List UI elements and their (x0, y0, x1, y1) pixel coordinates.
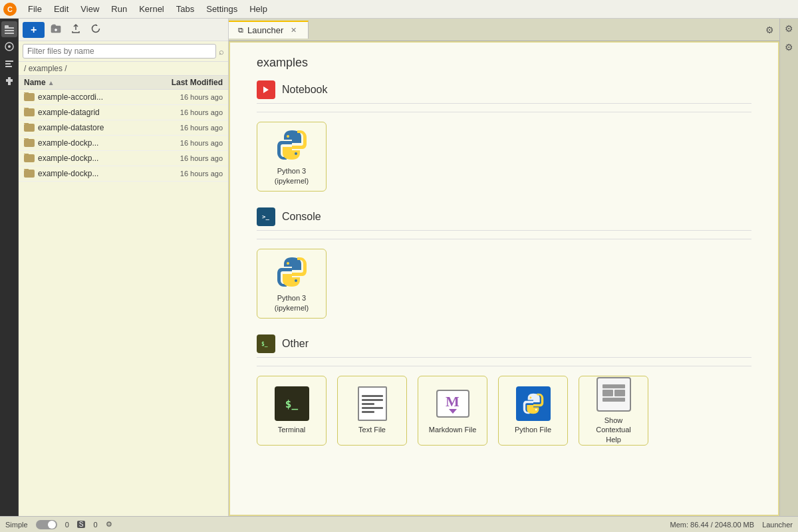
tab-label: Launcher (247, 25, 283, 35)
new-launcher-button[interactable]: + (23, 22, 45, 38)
other-section-icon: $_ (257, 334, 275, 353)
svg-point-16 (295, 152, 297, 155)
search-input[interactable] (23, 44, 216, 59)
file-item[interactable]: example-accordi... 16 hours ago (19, 90, 228, 105)
folder-icon (24, 124, 35, 132)
svg-rect-8 (5, 61, 13, 62)
svg-point-7 (8, 45, 11, 48)
svg-point-19 (287, 262, 289, 265)
svg-text:C: C (7, 5, 13, 13)
textfile-icon-shape (358, 386, 387, 421)
tab-bar: ⧉ Launcher ✕ ⚙ (229, 19, 779, 41)
right-rail-settings-icon[interactable]: ⚙ (783, 21, 795, 36)
menu-run[interactable]: Run (106, 3, 132, 15)
plus-icon: + (31, 24, 37, 36)
simple-toggle[interactable] (36, 520, 57, 529)
notebook-section-label: Notebook (282, 84, 328, 96)
file-item[interactable]: example-dockp... 16 hours ago (19, 166, 228, 182)
svg-text:>_: >_ (262, 213, 269, 220)
markdown-card[interactable]: M Markdown File (418, 376, 487, 446)
svg-rect-28 (602, 398, 625, 402)
s-icon: S (77, 521, 86, 528)
file-list-header[interactable]: Name ▲ Last Modified (19, 76, 228, 90)
markdown-label: Markdown File (429, 425, 477, 434)
file-item[interactable]: example-dockp... 16 hours ago (19, 136, 228, 151)
svg-rect-3 (5, 30, 14, 31)
new-folder-button[interactable] (47, 21, 65, 38)
pythonfile-card[interactable]: Python File (498, 376, 568, 446)
file-name: example-datagrid (24, 108, 100, 117)
menu-edit[interactable]: Edit (49, 3, 74, 15)
file-name: example-dockp... (24, 154, 98, 163)
sidebar: + (19, 19, 229, 516)
notebook-sep (257, 112, 751, 112)
console-cards: Python 3(ipykernel) (257, 249, 751, 319)
section-header-other: $_ Other (257, 334, 751, 358)
svg-point-15 (287, 135, 289, 138)
python3-console-label: Python 3(ipykernel) (275, 293, 309, 313)
menu-help[interactable]: Help (244, 3, 273, 15)
folder-icon (24, 139, 35, 147)
rail-extension-icon[interactable] (1, 73, 17, 89)
textfile-card-icon (355, 386, 390, 421)
textfile-card[interactable]: Text File (337, 376, 407, 446)
file-modified: 16 hours ago (180, 124, 223, 132)
menu-kernel[interactable]: Kernel (134, 3, 170, 15)
file-name: example-dockp... (24, 169, 98, 178)
search-bar: ⌕ (19, 41, 228, 62)
tab-launcher[interactable]: ⧉ Launcher ✕ (229, 21, 309, 39)
other-sep (257, 366, 751, 366)
right-rail-gear-icon[interactable]: ⚙ (783, 40, 795, 55)
settings-gear-icon[interactable]: ⚙ (106, 520, 112, 529)
other-cards: $_ Terminal (257, 376, 751, 446)
refresh-button[interactable] (87, 21, 104, 38)
folder-icon (24, 170, 35, 178)
rail-running-icon[interactable] (1, 39, 17, 55)
markdown-arrow-down (449, 409, 457, 414)
python3-console-icon (275, 255, 309, 289)
rail-files-icon[interactable] (1, 21, 17, 37)
svg-text:$_: $_ (261, 341, 268, 347)
svg-rect-25 (602, 384, 625, 388)
file-list: example-accordi... 16 hours ago example-… (19, 90, 228, 516)
file-item[interactable]: example-datagrid 16 hours ago (19, 105, 228, 120)
terminal-label: Terminal (278, 425, 306, 434)
search-icon: ⌕ (219, 47, 224, 57)
upload-button[interactable] (67, 21, 84, 38)
python-blue-bg (516, 386, 551, 421)
file-name: example-dockp... (24, 138, 98, 148)
svg-rect-5 (5, 27, 14, 29)
terminal-card[interactable]: $_ Terminal (257, 376, 327, 446)
menu-tabs[interactable]: Tabs (171, 3, 200, 15)
svg-rect-27 (614, 390, 625, 396)
rail-commands-icon[interactable] (1, 56, 17, 72)
console-section-label: Console (282, 211, 321, 223)
statusbar: Simple 0 S 0 ⚙ Mem: 86.44 / 2048.00 MB L… (0, 516, 798, 532)
python3-console-card[interactable]: Python 3(ipykernel) (257, 249, 327, 319)
contextual-help-card[interactable]: Show ContextualHelp (579, 376, 648, 446)
menu-view[interactable]: View (75, 3, 104, 15)
menu-settings[interactable]: Settings (201, 3, 243, 15)
menu-file[interactable]: File (23, 3, 47, 15)
right-rail: ⚙ ⚙ (779, 19, 798, 516)
left-icon-rail (0, 19, 19, 516)
terminal-card-icon: $_ (275, 386, 309, 421)
markdown-card-icon: M (436, 386, 470, 421)
file-item[interactable]: example-datastore 16 hours ago (19, 120, 228, 136)
file-modified: 16 hours ago (180, 139, 223, 147)
console-section-icon: >_ (257, 207, 275, 226)
help-card-icon (597, 377, 631, 412)
contextual-help-label: Show ContextualHelp (586, 416, 641, 444)
file-name: example-accordi... (24, 92, 103, 102)
python3-notebook-label: Python 3(ipykernel) (275, 166, 309, 186)
tab-close-button[interactable]: ✕ (289, 25, 299, 35)
file-modified: 16 hours ago (180, 154, 223, 162)
launcher-tab-icon: ⧉ (238, 26, 243, 35)
file-modified: 16 hours ago (180, 170, 223, 178)
svg-point-23 (529, 397, 531, 399)
file-item[interactable]: example-dockp... 16 hours ago (19, 151, 228, 166)
help-icon-shape (597, 377, 631, 412)
other-section-label: Other (282, 338, 309, 350)
settings-button[interactable]: ⚙ (760, 22, 779, 38)
python3-notebook-card[interactable]: Python 3(ipykernel) (257, 122, 327, 192)
